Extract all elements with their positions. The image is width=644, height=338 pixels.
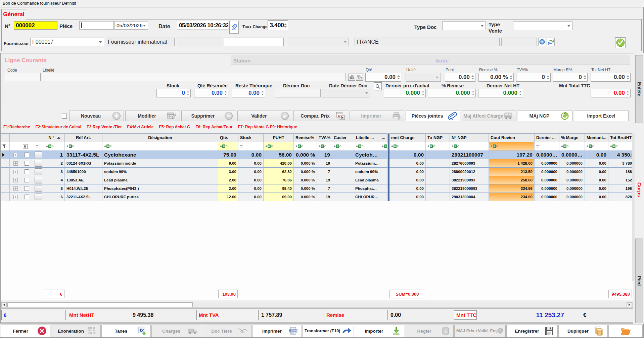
- cell-n[interactable]: 6: [44, 193, 65, 201]
- taux-change-field[interactable]: 3.400: [268, 20, 288, 30]
- cell-dots[interactable]: [380, 184, 388, 193]
- filter-cell-dernier[interactable]: =: [535, 142, 559, 151]
- maj-affect-charge-button[interactable]: Maj Affect Charge: [462, 111, 516, 121]
- spinner-icon[interactable]: [627, 75, 629, 79]
- col-header-libelle[interactable]: Libelle ...: [354, 134, 380, 142]
- fermer-button[interactable]: Fermer: [1, 325, 50, 337]
- cell-qte[interactable]: 75.00: [218, 151, 238, 159]
- spinner-icon[interactable]: [471, 75, 474, 79]
- hierarchy-button[interactable]: [356, 74, 363, 81]
- cell-des[interactable]: CHLORURE puriss: [102, 193, 218, 201]
- cell-casier[interactable]: [332, 151, 354, 159]
- cell-dernier[interactable]: 0.000000: [535, 184, 559, 193]
- cell-qte[interactable]: 12.00: [218, 193, 238, 201]
- select-all-checkbox[interactable]: [62, 114, 67, 119]
- cell-montant[interactable]: 0.00: [585, 159, 608, 168]
- cell-tx[interactable]: [426, 184, 450, 193]
- cell-mnt[interactable]: 0.00: [389, 168, 426, 176]
- col-header-dernier[interactable]: Dernier ...: [535, 134, 559, 142]
- cell-ref[interactable]: 13853.AE: [65, 176, 102, 184]
- filter-cell-ngp[interactable]: ABC: [450, 142, 489, 151]
- cell-ngp[interactable]: 29031300004: [450, 193, 489, 201]
- cell-cout[interactable]: 197.20: [489, 151, 535, 159]
- cell-pmarge[interactable]: 0.000000: [559, 159, 585, 168]
- imprimer-button[interactable]: Imprimer: [350, 111, 404, 121]
- cell-dots[interactable]: [380, 193, 388, 201]
- tab-pied[interactable]: Pied: [635, 239, 643, 323]
- grid-row[interactable]: 5H014.W.L25Phosphates(P043-)2.000.0098.4…: [1, 184, 633, 193]
- cell-stock[interactable]: 0.00: [238, 176, 264, 184]
- cell-remise[interactable]: 0.000 %: [294, 184, 317, 193]
- col-header-tot[interactable]: Tot BrutHT: [608, 134, 633, 142]
- type-doc-combo[interactable]: [442, 22, 486, 30]
- nouveau-button[interactable]: Nouveau: [69, 111, 124, 121]
- row-checkbox[interactable]: [25, 186, 29, 191]
- cell-cout[interactable]: 334.56: [489, 184, 535, 193]
- scroll-left-button[interactable]: [1, 302, 7, 307]
- importer-button[interactable]: Importer: [354, 325, 404, 337]
- row-button[interactable]: [35, 168, 42, 175]
- cell-remise[interactable]: 0.000 %: [294, 176, 317, 184]
- cell-puht[interactable]: 76.06: [264, 176, 294, 184]
- cell-ind[interactable]: [1, 168, 10, 176]
- supprimer-button[interactable]: Supprimer: [181, 111, 236, 121]
- filter-cell-casier[interactable]: ABC: [332, 142, 354, 151]
- cell-montant[interactable]: 0.00: [585, 184, 608, 193]
- piece-date-combo[interactable]: 05/03/2026: [114, 21, 148, 30]
- cell-ind[interactable]: [1, 151, 10, 159]
- modifier-button[interactable]: Modifier: [125, 111, 180, 121]
- col-header-remise[interactable]: Remise%: [294, 134, 317, 142]
- col-header-tva[interactable]: TVA%: [317, 134, 332, 142]
- grid-row[interactable]: 203124-6X1KGPotassium iodide9.000.00420.…: [1, 159, 633, 168]
- grid-row[interactable]: 413853.AELead plasma2.000.0076.060.000 %…: [1, 176, 633, 184]
- cell-tva[interactable]: 19: [317, 151, 332, 159]
- article-cubes-button[interactable]: [348, 74, 355, 81]
- expand-row-icon[interactable]: [13, 161, 18, 166]
- col-header-pmarge[interactable]: % Marge: [559, 134, 585, 142]
- cell-stock[interactable]: 0.00: [238, 168, 264, 176]
- cell-dernier[interactable]: 0.000000: [535, 193, 559, 201]
- cell-pmarge[interactable]: 0.000000: [559, 184, 585, 193]
- cell-tva[interactable]: 19: [317, 176, 332, 184]
- filter-cell-cout[interactable]: ABC: [489, 142, 535, 151]
- cell-dots[interactable]: [380, 168, 388, 176]
- cell-tot[interactable]: 152.12: [608, 176, 633, 184]
- col-header-tx[interactable]: Tx NGP: [426, 134, 450, 142]
- cell-montant[interactable]: 0.00: [585, 168, 608, 176]
- cell-btn[interactable]: [34, 151, 44, 159]
- cell-stock[interactable]: 0.00: [238, 151, 264, 159]
- grid-row[interactable]: 133117-4X2.5LCyclohexane75.000.0058.000.…: [1, 151, 633, 159]
- cell-btn[interactable]: [34, 176, 44, 184]
- filter-cell-libelle[interactable]: ABC: [354, 142, 380, 151]
- cell-btn[interactable]: [34, 159, 44, 168]
- cell-dots[interactable]: [380, 151, 388, 159]
- ouvrir-button[interactable]: [608, 325, 643, 337]
- spinner-icon[interactable]: [510, 75, 512, 79]
- cell-ind[interactable]: [1, 159, 10, 168]
- cell-n[interactable]: 5: [44, 184, 65, 193]
- spinner-icon[interactable]: [224, 91, 227, 95]
- tab-entete[interactable]: Entéte: [635, 55, 643, 123]
- filter-cell-montant[interactable]: ABC: [585, 142, 608, 151]
- code-field[interactable]: [5, 73, 41, 81]
- cell-mnt[interactable]: 0.00: [389, 176, 426, 184]
- cell-n[interactable]: 3: [44, 168, 65, 176]
- cell-dernier[interactable]: 0.000000: [535, 168, 559, 176]
- cell-ngp[interactable]: 28276000093: [450, 159, 489, 168]
- cell-tx[interactable]: [426, 159, 450, 168]
- row-checkbox[interactable]: [25, 178, 29, 182]
- spinner-icon[interactable]: [284, 24, 287, 28]
- filter-cell-puht[interactable]: ABC: [264, 142, 294, 151]
- cell-ind[interactable]: [1, 193, 10, 201]
- cell-des[interactable]: Cyclohexane: [102, 151, 218, 159]
- cell-casier[interactable]: [332, 184, 354, 193]
- col-header-casier[interactable]: Casier: [332, 134, 354, 142]
- cell-casier[interactable]: [332, 159, 354, 168]
- cell-cout[interactable]: 1 428.00: [489, 159, 535, 168]
- import-excel-button[interactable]: Import Excel: [574, 111, 629, 121]
- cell-tot[interactable]: 4 350.00: [608, 151, 633, 159]
- qte-reservee-field[interactable]: 0.00: [194, 89, 228, 97]
- regler-button[interactable]: Regler$: [405, 325, 454, 337]
- dernier-prix-field[interactable]: 0.000: [384, 89, 426, 97]
- cell-cout[interactable]: 234.60: [489, 193, 535, 201]
